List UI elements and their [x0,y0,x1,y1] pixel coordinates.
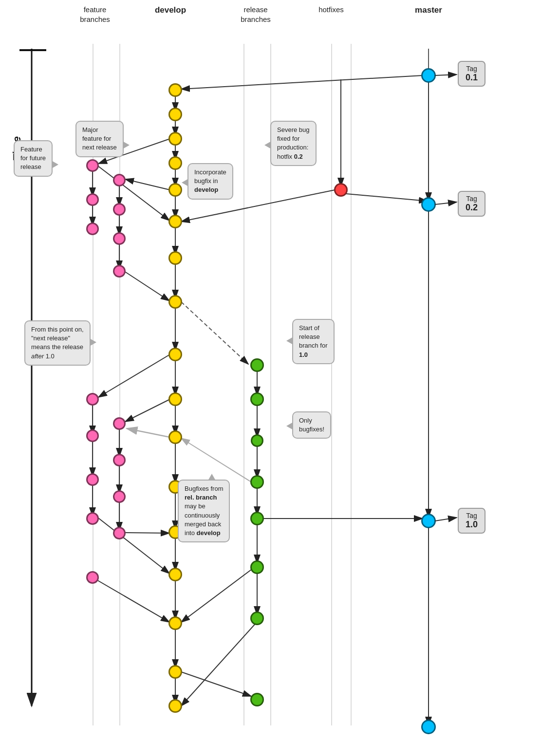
svg-line-59 [181,75,423,89]
feature4-node-2 [113,454,126,466]
release-node-5 [250,512,264,525]
svg-line-23 [97,166,169,221]
hotfix-lane [331,44,332,725]
feature3-node-5 [86,571,99,584]
develop-node-6 [168,215,182,228]
master-node-1 [421,68,436,83]
release-node-1 [250,358,264,372]
develop-node-17 [168,699,182,713]
tag-arrows-svg [0,0,560,742]
feature1-node-2 [86,193,99,206]
svg-line-53 [181,570,251,622]
hotfix-lane2 [351,44,352,725]
feature2-node-3 [113,232,126,245]
callout-next-release: From this point on,"next release"means t… [24,320,91,366]
release-node-3 [251,434,263,447]
develop-node-10 [168,392,182,406]
callout-major-feature-text: Majorfeature fornext release [82,126,117,151]
feature3-node-3 [86,473,99,486]
feature1-node-3 [86,223,99,235]
tag-label-10: Tag [466,512,478,519]
svg-line-40 [125,399,170,422]
callout-incorporate-bugfix: Incorporatebugfix indevelop [187,163,233,200]
release-node-7 [250,612,264,625]
connections-svg [0,0,560,742]
develop-node-1 [168,83,182,97]
tag-label-01: Tag [466,65,478,73]
feature1-node-1 [86,159,99,172]
callout-next-release-text: From this point on,"next release"means t… [31,326,84,360]
develop-node-11 [168,430,182,444]
callout-feature-future: Featurefor futurerelease [14,140,53,177]
develop-node-5 [168,183,182,197]
feature4-node-4 [113,527,126,539]
svg-line-54 [181,622,257,706]
feature3-node-1 [86,393,99,406]
develop-node-9 [168,348,182,361]
callout-only-bugfixes-text: Onlybugfixes! [299,417,324,433]
hotfixes-header: hotfixes [312,5,351,15]
develop-node-4 [168,156,182,170]
develop-node-15 [168,616,182,630]
tag-box-10: Tag 1.0 [458,508,485,534]
tag-value-10: 1.0 [466,519,478,530]
release-node-8 [250,693,264,706]
develop-node-7 [168,251,182,265]
feature2-node-2 [113,203,126,216]
develop-node-16 [168,665,182,679]
svg-line-33 [98,354,170,397]
feature3-node-4 [86,512,99,525]
develop-node-8 [168,295,182,309]
svg-line-37 [125,533,169,533]
release-node-4 [250,475,264,489]
feature3-node-2 [86,429,99,442]
tag-value-02: 0.2 [466,203,478,213]
callout-bugfixes-rel-text: Bugfixes fromrel. branchmay becontinuous… [185,485,223,537]
develop-node-3 [168,132,182,146]
svg-line-62 [435,202,457,204]
release-node-6 [250,560,264,574]
svg-line-61 [435,74,457,75]
callout-start-release: Start ofreleasebranch for1.0 [292,319,335,364]
svg-line-29 [125,179,170,190]
release-branches-header: releasebranches [229,5,282,24]
feature4-node-1 [113,417,126,430]
svg-line-51 [181,438,251,482]
svg-line-60 [127,428,170,437]
callout-feature-future-text: Featurefor futurerelease [20,146,46,170]
callout-major-feature: Majorfeature fornext release [75,121,124,157]
tag-label-02: Tag [466,195,478,203]
svg-line-38 [98,518,169,574]
master-header: master [409,5,448,16]
callout-severe-bug-text: Severe bugfixed forproduction:hotfix 0.2 [277,126,310,160]
hotfix-node [334,183,348,197]
feature4-node-3 [113,490,126,503]
master-node-2 [421,197,436,212]
callout-bugfixes-rel: Bugfixes fromrel. branchmay becontinuous… [178,480,230,542]
develop-node-14 [168,568,182,581]
diagram-container: featurebranches develop releasebranches … [0,0,560,742]
tag-box-02: Tag 0.2 [458,191,485,217]
callout-severe-bug: Severe bugfixed forproduction:hotfix 0.2 [270,121,317,166]
release-lane [243,44,244,725]
develop-header: develop [151,5,190,16]
svg-line-27 [124,271,169,301]
callout-only-bugfixes: Onlybugfixes! [292,411,331,439]
svg-line-42 [341,193,428,201]
master-node-4 [421,720,436,734]
callout-start-release-text: Start ofreleasebranch for1.0 [299,324,328,358]
svg-line-55 [181,672,251,696]
feature2-node-1 [113,174,126,186]
feature2-node-4 [113,265,126,278]
release-node-2 [250,392,264,406]
svg-line-63 [435,518,457,521]
master-node-3 [421,514,436,528]
tag-value-01: 0.1 [466,73,478,83]
tag-box-01: Tag 0.1 [458,61,485,87]
feature-branches-header: featurebranches [71,5,119,24]
callout-incorporate-bugfix-text: Incorporatebugfix indevelop [194,168,226,193]
svg-line-39 [93,577,169,622]
svg-line-44 [181,302,248,364]
develop-node-2 [168,108,182,121]
